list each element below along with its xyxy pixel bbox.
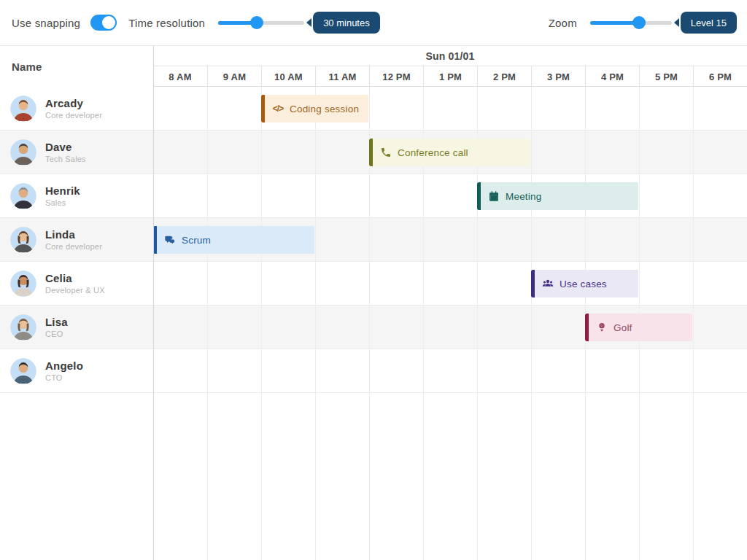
calendar-icon (488, 190, 500, 202)
event-color-strip (477, 182, 481, 210)
time-header-cell: 4 PM (585, 66, 639, 87)
toggle-knob (102, 16, 115, 29)
event-conference-call[interactable]: Conference call (369, 139, 530, 166)
name-header-label: Name (12, 61, 42, 73)
zoom-value: Level 15 (691, 18, 727, 28)
avatar (10, 271, 36, 297)
time-header-cell: 5 PM (639, 66, 693, 87)
resource-text: Dave Tech Sales (45, 141, 86, 165)
avatar (10, 227, 36, 253)
event-meeting[interactable]: Meeting (477, 182, 638, 210)
date-header-label: Sun 01/01 (425, 50, 474, 62)
use-snapping-toggle[interactable] (90, 15, 117, 31)
event-color-strip (261, 95, 265, 122)
date-header: Sun 01/01 (153, 46, 747, 66)
time-header-cell: 8 AM (153, 66, 207, 87)
event-use-cases[interactable]: Use cases (531, 270, 638, 298)
time-resolution-slider-thumb[interactable] (250, 16, 263, 29)
avatar (10, 96, 36, 122)
time-resolution-value-badge: 30 minutes (313, 12, 380, 34)
resource-text: Arcady Core developer (45, 97, 102, 121)
avatar (10, 139, 36, 166)
time-header-cell: 10 AM (261, 66, 315, 87)
resource-row-henrik[interactable]: Henrik Sales (0, 174, 152, 218)
time-header-cell: 1 PM (423, 66, 477, 87)
time-axis-header: 8 AM9 AM10 AM11 AM12 PM1 PM2 PM3 PM4 PM5… (153, 66, 747, 87)
event-label: Meeting (506, 191, 541, 202)
hour-gridline (207, 87, 208, 560)
time-resolution-value: 30 minutes (323, 18, 370, 28)
event-scrum[interactable]: Scrum (153, 226, 314, 254)
hour-gridline (693, 87, 694, 560)
time-header-cell: 3 PM (531, 66, 585, 87)
resource-row-linda[interactable]: Linda Core developer (0, 218, 152, 262)
resource-name: Lisa (45, 316, 68, 330)
schedule-body: Arcady Core developer Dave Tech Sales He… (0, 87, 747, 560)
resource-role: CEO (45, 330, 68, 340)
event-label: Scrum (182, 235, 211, 246)
resource-name: Angelo (45, 359, 83, 373)
zoom-value-badge: Level 15 (681, 12, 737, 34)
resource-name: Linda (45, 228, 102, 242)
hour-gridline (531, 87, 532, 560)
resource-row-celia[interactable]: Celia Developer & UX (0, 262, 152, 306)
resource-role: CTO (45, 373, 83, 384)
avatar (10, 358, 36, 384)
avatar (10, 183, 36, 209)
resource-text: Linda Core developer (45, 228, 102, 252)
phone-icon (380, 147, 392, 158)
time-resolution-slider[interactable] (218, 15, 304, 30)
time-resolution-label: Time resolution (128, 17, 205, 29)
resource-text: Celia Developer & UX (45, 272, 105, 296)
time-header-cell: 11 AM (315, 66, 369, 87)
resource-name: Henrik (45, 184, 80, 198)
event-label: Use cases (560, 279, 607, 289)
resource-row-arcady[interactable]: Arcady Core developer (0, 87, 152, 131)
resource-row-angelo[interactable]: Angelo CTO (0, 349, 152, 393)
resource-role: Core developer (45, 111, 102, 121)
event-coding-session[interactable]: </> Coding session (261, 95, 368, 122)
golf-icon (596, 322, 608, 333)
resource-role: Core developer (45, 242, 102, 252)
scheduler-app: Use snapping Time resolution 30 minutes … (0, 0, 747, 560)
event-color-strip (369, 139, 373, 166)
name-column-header: Name (0, 46, 153, 87)
time-header-cell: 12 PM (369, 66, 423, 87)
resource-row-dave[interactable]: Dave Tech Sales (0, 131, 152, 174)
panel-separator (153, 46, 154, 560)
time-header-cell: 6 PM (693, 66, 747, 87)
event-color-strip (585, 314, 589, 341)
time-header-cell: 2 PM (477, 66, 531, 87)
event-label: Golf (614, 322, 632, 333)
resource-name: Dave (45, 141, 86, 155)
event-color-strip (531, 270, 535, 298)
time-header-cell: 9 AM (207, 66, 261, 87)
resource-role: Sales (45, 198, 80, 209)
resource-row-lisa[interactable]: Lisa CEO (0, 306, 152, 349)
event-label: Conference call (398, 147, 468, 158)
chat-icon (164, 234, 176, 246)
toolbar: Use snapping Time resolution 30 minutes … (0, 0, 747, 45)
users-icon (542, 278, 554, 289)
event-label: Coding session (290, 104, 359, 114)
zoom-slider[interactable] (590, 15, 672, 30)
scheduler: Name Sun 01/01 8 AM9 AM10 AM11 AM12 PM1 … (0, 45, 747, 560)
hour-gridline (261, 87, 262, 560)
resource-text: Angelo CTO (45, 359, 83, 384)
slider-fill (590, 21, 639, 25)
zoom-slider-thumb[interactable] (632, 16, 646, 29)
code-icon: </> (272, 103, 284, 114)
resource-text: Lisa CEO (45, 316, 68, 340)
resource-name: Celia (45, 272, 105, 286)
resource-text: Henrik Sales (45, 184, 80, 209)
hour-gridline (315, 87, 316, 560)
use-snapping-label: Use snapping (12, 17, 80, 29)
resource-role: Tech Sales (45, 155, 86, 165)
avatar (10, 314, 36, 341)
resource-name: Arcady (45, 97, 102, 111)
zoom-label: Zoom (549, 17, 577, 29)
resource-role: Developer & UX (45, 286, 105, 296)
event-golf[interactable]: Golf (585, 314, 692, 341)
